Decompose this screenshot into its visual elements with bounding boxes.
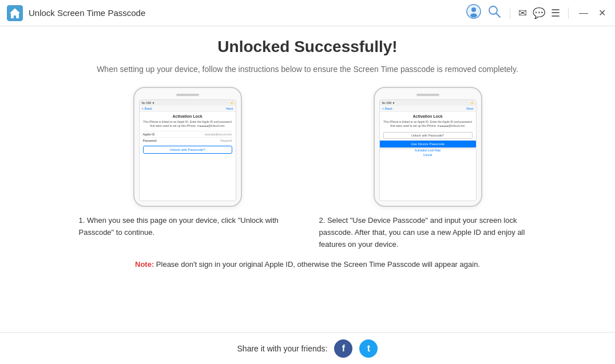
divider	[510, 7, 510, 19]
search-icon[interactable]	[487, 4, 502, 22]
note-row: Note: Please don't sign in your original…	[135, 260, 480, 269]
home-icon[interactable]	[7, 5, 23, 21]
unlock-with-passcode-btn-phone: Unlock with Passcode?	[143, 146, 232, 154]
svg-point-3	[470, 13, 477, 17]
facebook-button[interactable]: f	[334, 339, 352, 358]
window-title: Unlock Screen Time Passcode	[29, 8, 466, 18]
titlebar: Unlock Screen Time Passcode ✉ 💬 ☰ — ✕	[0, 0, 615, 26]
minimize-button[interactable]: —	[577, 8, 590, 18]
status-bar-1: No SIM ▼ ⚡	[140, 100, 236, 106]
phone-nav-2: < Back Next	[380, 106, 476, 112]
share-label: Share it with your friends:	[237, 344, 328, 353]
step2-screen: No SIM ▼ ⚡ < Back Next Activation Lock T…	[379, 99, 477, 201]
cancel-link-phone: Cancel	[423, 153, 433, 157]
phone-body-1: Activation Lock This iPhone is linked to…	[140, 112, 236, 201]
unlock-with-btn-phone2: Unlock with Passcode?	[383, 132, 473, 139]
profile-icon[interactable]	[466, 4, 481, 22]
main-content: Unlocked Successfully! When setting up y…	[0, 26, 615, 332]
popup-area: Unlock with Passcode? Use Device Passcod…	[383, 132, 473, 147]
step1-phone: No SIM ▼ ⚡ < Back Next Activation Lock T…	[133, 87, 242, 207]
subtitle: When setting up your device, follow the …	[97, 63, 518, 75]
status-bar-2: No SIM ▼ ⚡	[380, 100, 476, 106]
step2-phone: No SIM ▼ ⚡ < Back Next Activation Lock T…	[374, 87, 482, 207]
divider2	[568, 7, 569, 19]
use-device-btn-phone: Use Device Passcode	[379, 141, 477, 147]
phone-body-2: Activation Lock This iPhone is linked to…	[380, 112, 476, 201]
phone-speaker-1	[176, 94, 199, 96]
step1-screen: No SIM ▼ ⚡ < Back Next Activation Lock T…	[139, 99, 236, 201]
steps-row: No SIM ▼ ⚡ < Back Next Activation Lock T…	[23, 87, 592, 250]
mail-icon[interactable]: ✉	[518, 7, 527, 19]
password-field: Password Required	[143, 137, 232, 142]
close-button[interactable]: ✕	[596, 7, 608, 18]
activation-lock-link: Activation Lock Help	[415, 149, 441, 152]
apple-id-field: Apple ID example@icloud.com	[143, 131, 232, 136]
phone-nav-1: < Back Next	[140, 106, 236, 112]
step2-text: 2. Select "Use Device Passcode" and inpu…	[319, 215, 537, 250]
chat-icon[interactable]: 💬	[533, 7, 545, 19]
success-title: Unlocked Successfully!	[217, 38, 397, 56]
note-label: Note:	[135, 260, 154, 269]
step1-column: No SIM ▼ ⚡ < Back Next Activation Lock T…	[79, 87, 296, 250]
step2-column: No SIM ▼ ⚡ < Back Next Activation Lock T…	[319, 87, 537, 250]
bottom-bar: Share it with your friends: f t	[0, 332, 615, 364]
svg-line-5	[496, 13, 500, 17]
svg-point-2	[471, 7, 476, 12]
phone-speaker-2	[416, 94, 439, 96]
menu-icon[interactable]: ☰	[551, 7, 560, 19]
twitter-button[interactable]: t	[359, 339, 378, 358]
step1-text: 1. When you see this page on your device…	[79, 215, 296, 239]
note-text: Please don't sign in your original Apple…	[154, 260, 480, 269]
titlebar-actions: ✉ 💬 ☰ — ✕	[466, 4, 608, 22]
